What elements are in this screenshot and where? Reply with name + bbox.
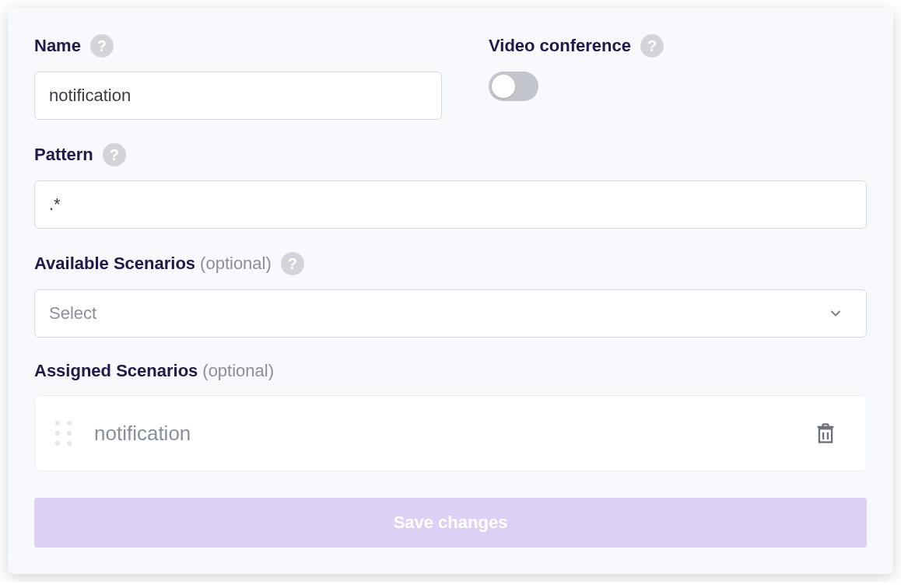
assigned-label-row: Assigned Scenarios (optional) [34,361,867,381]
help-icon[interactable]: ? [281,252,304,275]
form-card: Name ? Video conference ? Pattern ? Avai… [8,8,893,574]
assigned-field-group: Assigned Scenarios (optional) notificati… [34,361,867,471]
chevron-down-icon [827,305,844,322]
row-name-video: Name ? Video conference ? [34,34,867,143]
available-optional: (optional) [200,254,272,274]
assigned-optional: (optional) [202,361,274,381]
svg-rect-0 [819,429,832,442]
pattern-label: Pattern [34,145,93,165]
assigned-list: notification [34,395,867,471]
available-placeholder: Select [49,303,96,324]
list-item: notification [35,396,866,471]
name-input[interactable] [34,72,442,120]
available-label: Available Scenarios [34,254,195,274]
assigned-item-label: notification [94,422,794,446]
name-field-group: Name ? [34,34,442,120]
pattern-field-group: Pattern ? [34,143,867,229]
pattern-input[interactable] [34,180,867,229]
trash-icon[interactable] [812,419,840,447]
pattern-label-row: Pattern ? [34,143,867,166]
available-select-wrap: Select [34,289,867,338]
help-icon[interactable]: ? [103,143,126,166]
video-label: Video conference [489,36,631,56]
help-icon[interactable]: ? [90,34,114,58]
video-field-group: Video conference ? [489,34,867,101]
save-button[interactable]: Save changes [34,498,867,548]
available-select[interactable]: Select [34,289,867,338]
available-field-group: Available Scenarios (optional) ? Select [34,252,867,338]
drag-handle-icon[interactable] [49,416,77,450]
assigned-label: Assigned Scenarios [34,361,198,381]
name-label: Name [34,36,81,56]
video-label-row: Video conference ? [489,34,867,58]
video-toggle[interactable] [489,72,538,101]
name-label-row: Name ? [34,34,442,58]
help-icon[interactable]: ? [640,34,664,58]
toggle-knob [492,75,515,98]
available-label-row: Available Scenarios (optional) ? [34,252,867,275]
